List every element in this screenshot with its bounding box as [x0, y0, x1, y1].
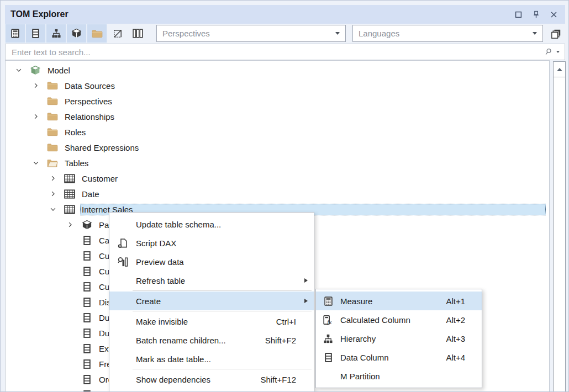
partitions-toggle-button[interactable] [66, 24, 87, 43]
menu-separator [133, 311, 312, 311]
table-icon [64, 174, 76, 183]
menu-item-label: Measure [340, 296, 446, 306]
cascade-windows-button[interactable] [548, 26, 563, 41]
table-columns-toggle-button[interactable] [128, 24, 148, 43]
menu-item-label: Update table schema... [136, 220, 308, 229]
submenu-item-hierarchy[interactable]: HierarchyAlt+3 [316, 329, 482, 348]
model-icon [29, 65, 41, 76]
menu-item-shortcut: Alt+3 [446, 334, 465, 343]
menu-item-mark-as-date-table[interactable]: Mark as date table... [109, 349, 314, 368]
chevron-right-icon[interactable] [31, 81, 40, 90]
column-icon [81, 236, 93, 245]
submenu-item-measure[interactable]: MeasureAlt+1 [316, 292, 482, 310]
menu-item-show-dependencies[interactable]: Show dependenciesShift+F12 [109, 370, 314, 389]
column-icon [81, 251, 93, 261]
folder-icon [46, 97, 59, 105]
menu-item-label: Hierarchy [340, 334, 446, 343]
tree-item-label: Data Sources [63, 80, 117, 92]
chevron-right-icon[interactable] [31, 112, 40, 121]
folder-open-icon [46, 158, 59, 167]
column-icon [81, 298, 93, 307]
menu-item-batch-rename-children[interactable]: Batch rename children...Shift+F2 [109, 331, 314, 349]
menu-item-script-dax[interactable]: Script DAX [109, 234, 314, 252]
menu-item-shortcut: Alt+2 [446, 315, 465, 325]
hierarchy-icon [51, 29, 61, 38]
submenu-item-calculated-column[interactable]: fxCalculated ColumnAlt+2 [316, 310, 482, 329]
window-controls [512, 8, 560, 20]
measures-toggle-button[interactable] [5, 24, 25, 43]
hierarchy-icon [323, 334, 333, 343]
tree-item-shared-expressions[interactable]: Shared Expressions [6, 140, 549, 155]
tom-explorer-panel: TOM Explorer Perspectives Languages [0, 0, 569, 392]
tree-item-data-sources[interactable]: Data Sources [6, 78, 549, 93]
expander-spacer [66, 329, 75, 337]
maximize-button[interactable] [512, 8, 524, 20]
menu-item-label: Calculated Column [340, 315, 446, 325]
folder-icon [46, 81, 59, 90]
menu-item-create[interactable]: Create [109, 292, 314, 310]
hierarchies-toggle-button[interactable] [46, 24, 66, 43]
expander-spacer [66, 359, 75, 368]
menu-item-shortcut: Shift+F2 [265, 336, 296, 345]
folders-toggle-button[interactable] [87, 24, 107, 43]
tree-item-label: Shared Expressions [63, 142, 140, 153]
submenu-item-m-partition[interactable]: M Partition [316, 367, 482, 385]
folder-icon [46, 128, 59, 136]
expander-spacer [66, 251, 75, 260]
menu-item-preview-data[interactable]: Preview data [109, 252, 314, 271]
tree-item-tables[interactable]: Tables [6, 155, 549, 171]
expander-spacer [66, 313, 75, 322]
expander-spacer [66, 267, 75, 276]
chevron-right-icon[interactable] [49, 189, 57, 198]
chevron-down-icon[interactable] [31, 158, 40, 167]
tree-item-label: Model [46, 65, 72, 76]
column-icon [32, 29, 39, 38]
search-input[interactable] [10, 47, 544, 57]
titlebar: TOM Explorer [5, 5, 565, 24]
tree-item-relationships[interactable]: Relationships [6, 109, 549, 124]
menu-item-label: Create [136, 296, 308, 306]
search-options-caret[interactable] [556, 51, 560, 53]
scroll-up-button[interactable] [554, 62, 565, 77]
tree-item-date[interactable]: Date [6, 186, 549, 202]
tree-item-roles[interactable]: Roles [6, 124, 549, 140]
chevron-down-icon[interactable] [49, 205, 57, 214]
column-icon [81, 313, 93, 322]
cube-icon [71, 28, 82, 39]
tree-item-customer[interactable]: Customer [6, 171, 549, 186]
menu-item-update-table-schema[interactable]: Update table schema... [109, 215, 314, 234]
chevron-down-icon[interactable] [14, 66, 23, 75]
column-icon [81, 329, 93, 338]
column-icon [81, 267, 93, 276]
expander-spacer [66, 375, 75, 384]
search-icon[interactable] [544, 47, 552, 56]
menu-separator [133, 369, 312, 369]
menu-item-shortcut: Alt+4 [446, 353, 465, 362]
tree-item-perspectives[interactable]: Perspectives [6, 93, 549, 109]
vertical-scrollbar[interactable] [553, 61, 566, 392]
perspectives-dropdown[interactable]: Perspectives [156, 25, 346, 42]
maximize-icon [514, 10, 523, 19]
cascade-icon [551, 29, 561, 39]
expander-spacer [31, 143, 40, 152]
menu-item-icon-cell: fx [316, 315, 340, 325]
columns-icon [133, 29, 143, 38]
tree-item-label: Customer [80, 173, 119, 184]
menu-item-make-invisible[interactable]: Make invisibleCtrl+I [109, 312, 314, 331]
chevron-right-icon[interactable] [66, 220, 75, 229]
submenu-item-data-column[interactable]: Data ColumnAlt+4 [316, 348, 482, 367]
menu-item-refresh-table[interactable]: Refresh table [109, 271, 314, 290]
columns-toggle-button[interactable] [25, 24, 46, 43]
languages-dropdown[interactable]: Languages [352, 25, 543, 42]
chevron-right-icon[interactable] [49, 174, 57, 183]
column-icon [81, 390, 93, 392]
expander-spacer [66, 282, 75, 291]
tree-item-model[interactable]: Model [6, 62, 549, 78]
display-folders-toggle-button[interactable] [107, 24, 128, 43]
close-button[interactable] [547, 8, 560, 20]
panel-title: TOM Explorer [10, 9, 69, 19]
create-submenu: MeasureAlt+1fxCalculated ColumnAlt+2Hier… [315, 289, 482, 388]
preview-data-icon [118, 257, 128, 267]
pin-button[interactable] [530, 8, 542, 20]
folder-icon [92, 29, 103, 38]
